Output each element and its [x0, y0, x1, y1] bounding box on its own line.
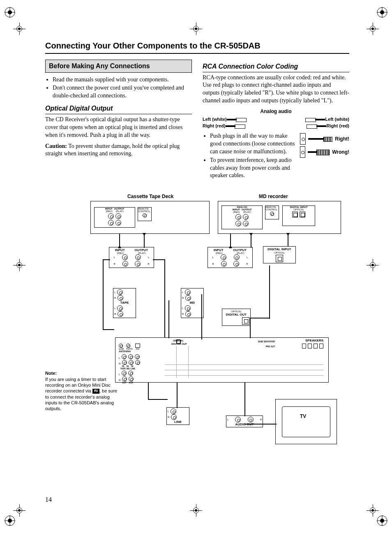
sub-heading: Optical Digital Output: [45, 104, 192, 114]
label: R: [246, 263, 248, 265]
crosshair-icon: [190, 23, 202, 35]
label: INPUT: [115, 248, 125, 252]
label: R: [114, 313, 116, 315]
label: L: [114, 291, 115, 293]
label: PRE OUT: [266, 345, 275, 348]
caution-paragraph: Caution: To prevent shutter damage, hold…: [45, 143, 192, 158]
cassette-title: Cassette Tape Deck: [127, 194, 174, 199]
label: L: [212, 256, 214, 258]
label: DIGITAL INPUT: [267, 247, 291, 251]
paragraph: RCA-type connections are usually color c…: [203, 74, 349, 105]
svg-point-3: [8, 10, 12, 14]
label: (PLAY): [237, 252, 244, 254]
connection-diagram: Cassette Tape Deck MD recorder INPUT OUT…: [45, 194, 349, 457]
crosshair-icon: [13, 259, 25, 271]
label: L: [182, 291, 183, 293]
label: R: [182, 313, 184, 315]
label: AM: [136, 348, 139, 350]
registration-mark-icon: [376, 515, 388, 526]
label: REMOTE CONTROL: [265, 206, 279, 211]
plug-correct-icon: [308, 137, 332, 141]
note-box: Note: If you are using a timer to start …: [45, 370, 119, 411]
paragraph: The CD Receiver's optical digital output…: [45, 116, 192, 139]
label: OUT: [122, 381, 127, 384]
label: SUB WOOFER: [258, 340, 275, 343]
label: L: [148, 256, 149, 258]
page-title: Connecting Your Other Components to the …: [45, 41, 349, 54]
page-number: 14: [45, 496, 52, 503]
right-red-label: Right (red): [326, 123, 349, 129]
label: OUTPUT: [134, 248, 148, 252]
label: TAPE: [120, 301, 129, 305]
label: (PLAY): [138, 252, 146, 254]
note-title: Note:: [45, 371, 57, 376]
right-red-label: Right (red): [203, 123, 226, 129]
crosshair-icon: [367, 23, 379, 35]
analog-audio-diagram: Analog audio Left (white) Left (white) R…: [203, 108, 349, 129]
label: R: [212, 263, 214, 265]
tv-device: [275, 399, 337, 444]
label: REMOTE CONTROL: [138, 208, 151, 212]
left-white-label: Left (white): [203, 116, 227, 122]
md-device: ANALOG INPUT OUTPUT (REC) (PLAY) REMOTE …: [218, 201, 341, 234]
rca-plug-icon: [305, 118, 325, 122]
rca-plug-icon: [227, 118, 247, 122]
label: R: [148, 263, 149, 265]
right-wrong-diagram: Right! Wrong!: [300, 132, 349, 185]
label: L: [114, 256, 115, 258]
label: L: [119, 357, 120, 359]
crosshair-icon: [13, 504, 25, 517]
precaution-list: Read the manuals supplied with your comp…: [45, 76, 192, 100]
label: MD: [127, 367, 130, 370]
caution-label: Caution:: [45, 143, 67, 149]
label: L: [247, 256, 248, 258]
crosshair-icon: [190, 504, 202, 517]
crosshair-icon: [367, 259, 379, 271]
plug-tips-list: Push plugs in all the way to make good c…: [203, 132, 296, 180]
boxed-heading: Before Making Any Connections: [45, 60, 192, 73]
label: INPUT: [214, 248, 224, 252]
svg-point-11: [8, 519, 12, 523]
registration-mark-icon: [376, 7, 388, 18]
label: DIGITAL OUT: [226, 313, 247, 316]
label: LINE: [131, 367, 135, 370]
label: R: [114, 297, 116, 299]
label: R: [260, 418, 262, 421]
list-item: Read the manuals supplied with your comp…: [53, 76, 192, 84]
label: AUDIO OUT: [235, 422, 254, 426]
label: (PLAY): [116, 210, 124, 212]
label: R: [182, 297, 184, 299]
label: OUT: [129, 381, 134, 384]
jack-icon: [300, 146, 305, 158]
sub-heading: RCA Connection Color Coding: [203, 62, 349, 72]
label: R: [113, 263, 115, 265]
crosshair-icon: [367, 504, 379, 517]
label: OPTICAL: [274, 252, 285, 254]
label: MD: [190, 301, 195, 305]
left-white-label: Left (white): [325, 116, 349, 122]
label: ANTENNA: [119, 350, 131, 353]
rca-plug-icon: [307, 124, 326, 128]
label: L: [114, 307, 115, 309]
registration-mark-icon: [4, 515, 16, 526]
list-item: To prevent interference, keep audio cabl…: [210, 157, 296, 180]
rca-plug-icon: [226, 124, 245, 128]
right-label: Right!: [335, 136, 349, 142]
list-item: Push plugs in all the way to make good c…: [210, 132, 296, 156]
md-title: MD recorder: [259, 194, 288, 199]
receiver-rear-panel: DAB FM75 AM ANTENNA L R: [115, 337, 329, 383]
label: OUTPUT: [233, 248, 247, 252]
label: LINE: [174, 420, 182, 424]
label: (REC): [106, 210, 113, 212]
label: R: [168, 416, 169, 418]
label: SPEAKERS: [305, 339, 323, 342]
ri-icon: RI: [92, 389, 99, 394]
list-item: Don't connect the power cord until you'v…: [53, 84, 192, 100]
label: TAPE: [120, 367, 126, 370]
label: (REC): [233, 211, 240, 213]
crosshair-icon: [13, 23, 25, 35]
label: (PLAY): [243, 211, 251, 213]
registration-mark-icon: [4, 7, 16, 18]
label: L: [168, 410, 169, 413]
label: L: [227, 418, 228, 421]
